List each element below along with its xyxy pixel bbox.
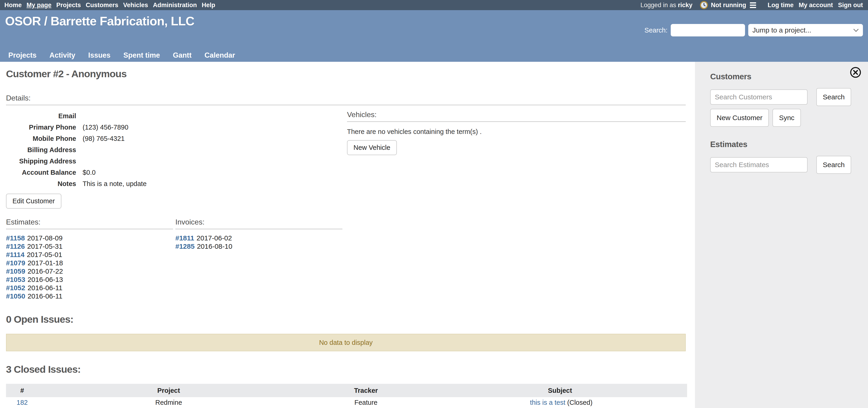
main-column: Customer #2 - Anonymous Details: Email: [0, 62, 695, 408]
estimate-link[interactable]: #1059: [6, 267, 25, 275]
details-columns: Email Primary Phone (123) 456-7890 Mobil…: [6, 105, 686, 300]
issues-table-header-row: #ProjectTrackerSubject: [6, 384, 687, 397]
detail-label: Email: [6, 112, 76, 120]
top-menu-item[interactable]: Customers: [86, 2, 118, 9]
top-menu-item[interactable]: Projects: [56, 2, 81, 9]
invoice-date: 2017-06-02: [196, 234, 232, 242]
detail-value: $0.0: [83, 169, 95, 176]
detail-label: Shipping Address: [6, 158, 76, 165]
estimate-link[interactable]: #1158: [6, 234, 25, 242]
username-link[interactable]: ricky: [678, 2, 692, 8]
estimate-link[interactable]: #1114: [6, 251, 25, 259]
invoices-section: Invoices: #1811 2017-06-02: [175, 218, 342, 300]
divider: [6, 229, 173, 229]
main-nav-item[interactable]: Activity: [50, 51, 75, 60]
account-links: Log timeMy accountSign out: [768, 2, 863, 9]
invoice-date: 2016-08-10: [197, 242, 232, 250]
estimate-link[interactable]: #1053: [6, 276, 25, 283]
top-menu-item[interactable]: Home: [4, 2, 22, 9]
timer-clock-icon: [700, 1, 708, 9]
estimates-section: Estimates: #1158 2017-08-09: [6, 218, 173, 300]
logged-in-text: Logged in as ricky: [641, 2, 692, 9]
top-menu-item[interactable]: Help: [202, 2, 215, 9]
vehicles-section-label: Vehicles:: [347, 110, 686, 119]
estimates-invoices-columns: Estimates: #1158 2017-08-09: [6, 218, 347, 300]
app-header: OSOR / Barrette Fabrication, LLC Search:…: [0, 10, 868, 62]
detail-row: Primary Phone (123) 456-7890: [6, 122, 347, 133]
app-title: OSOR / Barrette Fabrication, LLC: [5, 14, 194, 28]
estimate-date: 2017-05-31: [27, 242, 63, 250]
top-menu-item[interactable]: Vehicles: [123, 2, 148, 9]
account-link[interactable]: Log time: [768, 2, 794, 9]
issue-id-link[interactable]: 182: [17, 399, 28, 406]
chevron-down-icon: [854, 27, 859, 32]
detail-row: Notes This is a note, update: [6, 178, 347, 190]
divider: [347, 121, 686, 122]
time-entries-list-icon[interactable]: [750, 2, 756, 8]
content-area: Customer #2 - Anonymous Details: Email: [0, 62, 868, 408]
detail-label: Primary Phone: [6, 124, 76, 131]
account-link[interactable]: Sign out: [838, 2, 863, 9]
issues-table-header: #: [6, 384, 38, 397]
open-issues-heading: 0 Open Issues:: [6, 314, 686, 325]
estimate-link[interactable]: #1050: [6, 292, 25, 300]
jump-to-project-select[interactable]: Jump to a project...: [748, 24, 863, 36]
detail-label: Billing Address: [6, 146, 76, 154]
main-nav-item[interactable]: Issues: [88, 51, 111, 60]
account-link[interactable]: My account: [799, 2, 833, 9]
top-menu-item[interactable]: My page: [27, 2, 52, 9]
issue-subject-link[interactable]: this is a test: [530, 399, 565, 406]
divider: [175, 229, 342, 229]
customers-search-button[interactable]: Search: [816, 88, 851, 106]
page-root: HomeMy pageProjectsCustomersVehiclesAdmi…: [0, 0, 868, 408]
main-nav-item[interactable]: Projects: [8, 51, 36, 60]
estimate-link[interactable]: #1126: [6, 242, 25, 250]
sidebar: Customers Search New Customer Sync Estim…: [695, 62, 868, 408]
issue-row: 182 Redmine Feature this is a test (Clos…: [6, 397, 687, 408]
new-vehicle-button[interactable]: New Vehicle: [347, 140, 397, 155]
estimate-link[interactable]: #1052: [6, 284, 25, 292]
quick-search-input[interactable]: [671, 24, 745, 36]
invoice-row: #1811 2017-06-02: [175, 234, 342, 242]
detail-label: Notes: [6, 180, 76, 188]
main-nav-item[interactable]: Spent time: [123, 51, 160, 60]
logged-in-prefix: Logged in as: [641, 2, 676, 8]
edit-customer-button[interactable]: Edit Customer: [6, 194, 61, 209]
top-menu-item[interactable]: Administration: [153, 2, 197, 9]
detail-row: Email: [6, 110, 347, 122]
closed-issues-table: #ProjectTrackerSubject 182 Redmine Featu…: [6, 384, 687, 408]
main-nav-item[interactable]: Gantt: [173, 51, 191, 60]
estimates-list: #1158 2017-08-09 #1126 2017-05-31: [6, 234, 173, 300]
detail-label: Account Balance: [6, 169, 76, 176]
issue-project[interactable]: Redmine: [155, 399, 182, 406]
estimate-date: 2016-06-13: [27, 276, 63, 283]
invoice-link[interactable]: #1285: [175, 242, 194, 250]
issue-status-suffix: (Closed): [565, 399, 592, 406]
vehicles-column: Vehicles: There are no vehicles containi…: [347, 105, 686, 300]
invoice-link[interactable]: #1811: [175, 234, 194, 242]
topbar-right: Logged in as ricky Not running Log timeM…: [641, 1, 863, 9]
sync-button[interactable]: Sync: [773, 109, 801, 127]
closed-issues-heading: 3 Closed Issues:: [6, 364, 686, 375]
customers-actions-row: New Customer Sync: [710, 109, 861, 127]
search-customers-input[interactable]: [710, 90, 808, 105]
new-customer-button[interactable]: New Customer: [710, 109, 769, 127]
page-title: Customer #2 - Anonymous: [6, 68, 686, 79]
close-sidebar-button[interactable]: [849, 66, 862, 78]
top-menu-bar: HomeMy pageProjectsCustomersVehiclesAdmi…: [0, 0, 868, 10]
sidebar-customers-heading: Customers: [710, 72, 861, 81]
estimate-date: 2016-07-22: [27, 267, 63, 275]
issues-table-header: Tracker: [299, 384, 433, 397]
estimates-search-row: Search: [710, 156, 861, 174]
search-estimates-input[interactable]: [710, 157, 808, 172]
main-nav-item[interactable]: Calendar: [205, 51, 235, 60]
timer-status: Not running: [711, 2, 746, 9]
issues-table-body: 182 Redmine Feature this is a test (Clos…: [6, 397, 687, 408]
sidebar-estimates-heading: Estimates: [710, 140, 861, 149]
no-data-box: No data to display: [6, 334, 686, 351]
estimate-row: #1052 2016-06-11: [6, 284, 173, 292]
top-menu: HomeMy pageProjectsCustomersVehiclesAdmi…: [4, 2, 215, 9]
estimates-search-button[interactable]: Search: [816, 156, 851, 174]
estimate-link[interactable]: #1079: [6, 259, 25, 267]
detail-row: Billing Address: [6, 144, 347, 156]
